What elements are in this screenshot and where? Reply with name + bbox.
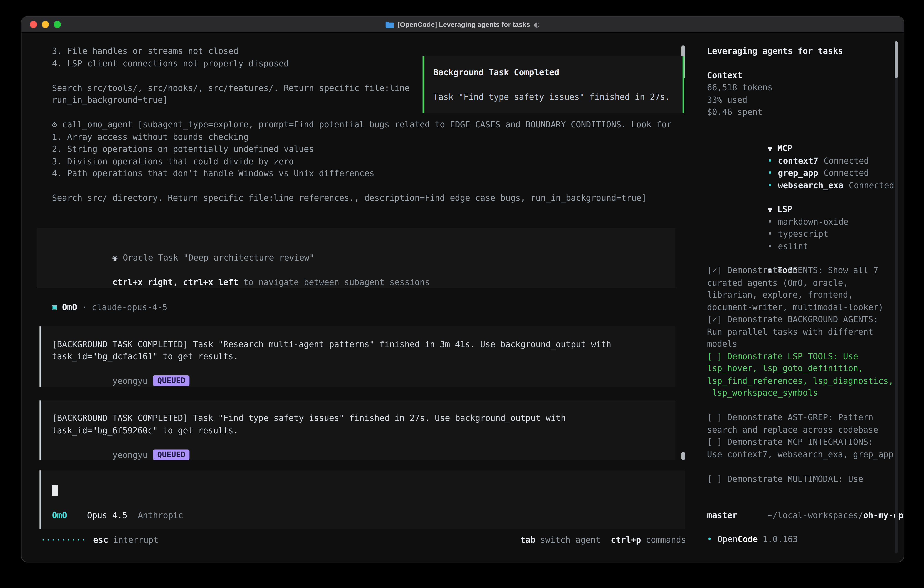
spinner-dots: ········· <box>41 533 86 546</box>
agent-header: ▣ OmO · claude-opus-4-5 <box>52 301 698 314</box>
todo-item: [ ] Demonstrate MCP INTEGRATIONS: Use co… <box>707 436 895 460</box>
folder-icon <box>386 21 394 28</box>
chevron-down-icon[interactable]: ▼ <box>767 145 772 153</box>
scrollbar-thumb-secondary[interactable] <box>681 452 685 460</box>
agent-square-icon: ▣ <box>52 301 57 314</box>
text-cursor <box>52 485 58 496</box>
bullet-icon: • <box>707 534 712 544</box>
app-window: [OpenCode] Leveraging agents for tasks ◐… <box>21 17 904 562</box>
todo-item: [ ] Demonstrate AST-GREP: Pattern search… <box>707 411 895 436</box>
toast-body: Task "Find type safety issues" finished … <box>433 91 674 103</box>
desktop: [OpenCode] Leveraging agents for tasks ◐… <box>0 0 924 588</box>
ctrlp-key-hint: ctrl+p <box>611 533 641 546</box>
message-line: task_id="bg_dcfac161" to get results. <box>52 350 675 362</box>
bullet-icon: • <box>767 156 772 165</box>
keybind-hint: ctrl+x right, ctrl+x left <box>112 277 239 287</box>
todo-item: [ ] Demonstrate LSP TOOLS: Use lsp_hover… <box>707 350 895 399</box>
esc-key-hint: esc <box>93 533 108 546</box>
terminal-line: 1. Array access without bounds checking <box>52 130 698 143</box>
tab-key-label: switch agent <box>540 533 601 546</box>
close-button[interactable] <box>30 21 37 28</box>
agent-name: OmO <box>62 301 77 314</box>
bullet-icon: • <box>767 168 772 178</box>
toast-notification[interactable]: Background Task Completed Task "Find typ… <box>422 56 684 113</box>
provider-name: Anthropic <box>138 510 183 520</box>
context-section: Context 66,518 tokens 33% used $0.46 spe… <box>707 69 894 118</box>
chevron-down-icon[interactable]: ▼ <box>767 206 772 214</box>
context-used: 33% used <box>707 93 894 106</box>
status-badge: QUEUED <box>153 449 190 460</box>
esc-key-label: interrupt <box>113 533 158 546</box>
background-task-message[interactable]: [BACKGROUND TASK COMPLETED] Task "Find t… <box>40 400 675 460</box>
background-task-message[interactable]: [BACKGROUND TASK COMPLETED] Task "Resear… <box>40 326 675 386</box>
session-title: Leveraging agents for tasks <box>707 45 894 57</box>
oracle-task-title: Oracle Task "Deep architecture review" <box>123 253 314 263</box>
oracle-task-panel[interactable]: ◉Oracle Task "Deep architecture review" … <box>37 227 675 288</box>
context-tokens: 66,518 tokens <box>707 81 894 94</box>
message-line: [BACKGROUND TASK COMPLETED] Task "Find t… <box>52 412 675 424</box>
window-title-area: [OpenCode] Leveraging agents for tasks ◐ <box>386 21 540 28</box>
keybind-hint-label: to navigate between subagent sessions <box>239 277 430 287</box>
terminal-line: 3. File handles or streams not closed <box>52 45 698 57</box>
terminal-line: 3. Division operations that could divide… <box>52 155 698 167</box>
terminal-line: 2. String operations on potentially unde… <box>52 143 698 155</box>
toast-title: Background Task Completed <box>433 66 674 79</box>
tool-call-line: ⚙ call_omo_agent [subagent_type=explore,… <box>52 118 698 130</box>
status-bar: ········· esc interrupt tab switch agent… <box>41 533 686 546</box>
record-icon: ◉ <box>112 253 117 263</box>
terminal-line: 4. Path operations that don't handle Win… <box>52 167 698 180</box>
traffic-lights <box>30 17 61 32</box>
message-line: task_id="bg_6f59260c" to get results. <box>52 424 675 436</box>
ctrlp-key-label: commands <box>646 533 686 546</box>
todo-item: [✓] Demonstrate AGENTS: Show all 7 curat… <box>707 264 895 313</box>
minimize-button[interactable] <box>42 21 49 28</box>
terminal-line: Search src/ directory. Return specific f… <box>52 192 698 204</box>
message-author: yeongyu <box>112 376 148 385</box>
status-badge: QUEUED <box>153 375 190 386</box>
todo-section: ▼Todo [✓] Demonstrate AGENTS: Show all 7… <box>707 252 895 485</box>
sidebar-scrollbar-track[interactable] <box>895 41 898 553</box>
sidebar: Leveraging agents for tasks Context 66,5… <box>698 33 904 562</box>
tab-key-hint: tab <box>520 533 535 546</box>
sidebar-scrollbar-thumb[interactable] <box>895 41 898 78</box>
maximize-button[interactable] <box>54 21 61 28</box>
app-version: 1.0.163 <box>762 534 798 544</box>
titlebar[interactable]: [OpenCode] Leveraging agents for tasks ◐ <box>21 17 904 33</box>
bullet-icon: • <box>767 229 772 238</box>
message-line: [BACKGROUND TASK COMPLETED] Task "Resear… <box>52 338 675 350</box>
active-agent-name: OmO <box>52 510 67 520</box>
bullet-icon: • <box>767 241 772 251</box>
context-heading: Context <box>707 69 894 81</box>
workspace-path: ~/local-workspaces/oh-my-opencode: maste… <box>707 497 895 521</box>
todo-item: [ ] Demonstrate MULTIMODAL: Use <box>707 472 895 485</box>
progress-half-circle-icon: ◐ <box>534 21 540 28</box>
model-info-row: OmO Opus 4.5 Anthropic <box>52 509 183 521</box>
bullet-icon: • <box>767 217 772 226</box>
active-model-name: Opus 4.5 <box>87 510 127 520</box>
app-version-footer: •OpenCode1.0.163 <box>707 533 894 545</box>
brand-name: Open <box>718 534 738 544</box>
todo-item: [✓] Demonstrate BACKGROUND AGENTS: Run p… <box>707 313 895 350</box>
mcp-section: ▼MCP •context7Connected •grep_appConnect… <box>707 130 894 179</box>
mcp-heading: ▼MCP <box>707 130 894 142</box>
message-author: yeongyu <box>112 450 148 459</box>
window-title: [OpenCode] Leveraging agents for tasks <box>398 21 530 28</box>
workspace-prefix: ~/local-workspaces/ <box>767 510 863 520</box>
bullet-icon: • <box>767 180 772 190</box>
prompt-input[interactable]: OmO Opus 4.5 Anthropic <box>40 471 685 529</box>
terminal-line <box>52 180 698 192</box>
conversation-pane[interactable]: 3. File handles or streams not closed 4.… <box>21 33 698 562</box>
context-spent: $0.46 spent <box>707 106 894 118</box>
agent-model: claude-opus-4-5 <box>92 301 167 314</box>
separator-dot: · <box>82 301 87 314</box>
